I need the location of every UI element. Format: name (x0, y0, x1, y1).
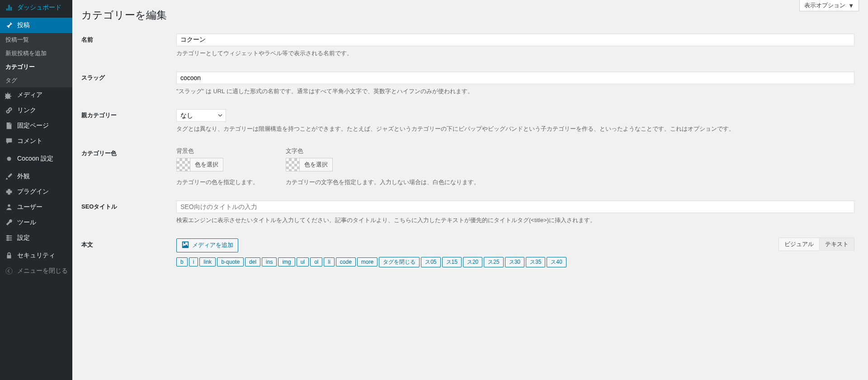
quicktag-button[interactable]: i (189, 257, 198, 266)
wrench-icon (5, 218, 14, 227)
slug-description: "スラッグ" は URL に適した形式の名前です。通常はすべて半角小文字で、英数… (176, 87, 854, 96)
sidebar-label: ダッシュボード (17, 4, 61, 12)
quicktag-button[interactable]: li (324, 257, 334, 266)
seo-title-description: 検索エンジンに表示させたいタイトルを入力してください。記事のタイトルより、こちら… (176, 216, 854, 225)
sidebar-item-settings[interactable]: 設定 (0, 230, 72, 246)
quicktag-button[interactable]: del (245, 257, 260, 266)
quicktags-toolbar: bilinkb-quotedelinsimgulollicodemoreタグを閉… (176, 257, 854, 267)
quicktag-button[interactable]: ol (310, 257, 322, 266)
quicktag-button[interactable]: b (176, 257, 188, 266)
slug-input[interactable] (176, 71, 854, 84)
sidebar-label: ツール (17, 218, 36, 227)
quicktag-button[interactable]: code (336, 257, 356, 266)
quicktag-button[interactable]: ス20 (463, 257, 482, 267)
admin-sidebar: ダッシュボード 投稿 投稿一覧 新規投稿を追加 カテゴリー タグ メディア リン… (0, 0, 72, 380)
sidebar-item-media[interactable]: メディア (0, 87, 72, 103)
page-title: カテゴリーを編集 (81, 0, 859, 27)
field-label-content: 本文 (81, 232, 172, 274)
dashboard-icon (5, 4, 14, 12)
parent-select[interactable]: なし (176, 109, 226, 122)
seo-title-input[interactable] (176, 200, 854, 213)
cocoon-icon (5, 155, 14, 163)
sidebar-item-plugins[interactable]: プラグイン (0, 184, 72, 200)
main-content: 表示オプション ▼ カテゴリーを編集 名前 カテゴリーとしてウィジェットやラベル… (72, 0, 868, 380)
sidebar-item-posts[interactable]: 投稿 (0, 18, 72, 33)
screen-options-toggle[interactable]: 表示オプション ▼ (799, 0, 859, 11)
media-icon (181, 241, 189, 250)
quicktag-button[interactable]: ス30 (505, 257, 524, 267)
color-picker-text: 色を選択 (190, 161, 223, 169)
tab-visual[interactable]: ビジュアル (778, 238, 820, 251)
sidebar-item-tools[interactable]: ツール (0, 215, 72, 230)
add-media-label: メディアを追加 (192, 241, 233, 249)
quicktag-button[interactable]: ins (262, 257, 277, 266)
fg-color-label: 文字色 (286, 147, 480, 155)
sidebar-label: プラグイン (17, 188, 49, 196)
quicktag-button[interactable]: img (278, 257, 295, 266)
sidebar-label: 外観 (17, 172, 30, 180)
sidebar-item-links[interactable]: リンク (0, 103, 72, 118)
sidebar-label: 設定 (17, 234, 30, 242)
sidebar-label: コメント (17, 137, 42, 145)
field-label-color: カテゴリー色 (81, 140, 172, 194)
quicktag-button[interactable]: b-quote (217, 257, 244, 266)
sidebar-label: メニューを閉じる (17, 267, 68, 275)
sidebar-item-dashboard[interactable]: ダッシュボード (0, 0, 72, 15)
svg-point-1 (8, 204, 10, 207)
quicktag-button[interactable]: ス25 (484, 257, 503, 267)
sidebar-item-users[interactable]: ユーザー (0, 200, 72, 215)
screen-options-label: 表示オプション (804, 1, 845, 10)
parent-description: タグとは異なり、カテゴリーは階層構造を持つことができます。たとえば、ジャズという… (176, 124, 854, 133)
media-icon (5, 91, 14, 99)
sidebar-label: セキュリティ (17, 252, 55, 260)
fg-color-description: カテゴリーの文字色を指定します。入力しない場合は、白色になります。 (286, 178, 480, 187)
field-label-seo-title: SEOタイトル (81, 194, 172, 232)
name-description: カテゴリーとしてウィジェットやラベル等で表示される名前です。 (176, 49, 854, 58)
sidebar-item-appearance[interactable]: 外観 (0, 169, 72, 184)
field-label-parent: 親カテゴリー (81, 102, 172, 140)
sidebar-item-pages[interactable]: 固定ページ (0, 118, 72, 133)
settings-icon (5, 234, 14, 242)
user-icon (5, 203, 14, 211)
checker-swatch-icon (177, 158, 190, 171)
color-picker-text: 色を選択 (300, 161, 332, 169)
fg-color-picker[interactable]: 色を選択 (286, 158, 333, 171)
sidebar-label: リンク (17, 106, 36, 114)
link-icon (5, 106, 14, 114)
field-label-name: 名前 (81, 27, 172, 65)
add-media-button[interactable]: メディアを追加 (176, 238, 238, 252)
quicktag-button[interactable]: more (357, 257, 377, 266)
chevron-down-icon: ▼ (848, 2, 854, 9)
sidebar-label: Cocoon 設定 (17, 155, 53, 163)
sidebar-item-comments[interactable]: コメント (0, 133, 72, 149)
quicktag-button[interactable]: ス05 (421, 257, 440, 267)
sidebar-label: 固定ページ (17, 122, 49, 130)
sidebar-item-cocoon[interactable]: Cocoon 設定 (0, 151, 72, 166)
sidebar-subitem-all-posts[interactable]: 投稿一覧 (0, 33, 72, 47)
quicktag-button[interactable]: ス35 (526, 257, 545, 267)
sidebar-item-security[interactable]: セキュリティ (0, 248, 72, 263)
name-input[interactable] (176, 33, 854, 46)
sidebar-label: 投稿 (17, 21, 30, 29)
svg-point-2 (6, 268, 12, 274)
quicktag-button[interactable]: ul (297, 257, 309, 266)
sidebar-subitem-new-post[interactable]: 新規投稿を追加 (0, 47, 72, 60)
svg-point-0 (7, 157, 11, 161)
bg-color-label: 背景色 (176, 147, 259, 155)
quicktag-button[interactable]: link (199, 257, 216, 266)
quicktag-button[interactable]: ス40 (547, 257, 566, 267)
sidebar-subitem-categories[interactable]: カテゴリー (0, 60, 72, 74)
checker-swatch-icon (286, 158, 300, 171)
bg-color-picker[interactable]: 色を選択 (176, 158, 223, 171)
quicktag-button[interactable]: タグを閉じる (379, 257, 420, 267)
tab-text[interactable]: テキスト (819, 238, 854, 251)
quicktag-button[interactable]: ス15 (442, 257, 462, 267)
plugin-icon (5, 188, 14, 196)
sidebar-subitem-tags[interactable]: タグ (0, 74, 72, 87)
sidebar-collapse[interactable]: メニューを閉じる (0, 263, 72, 279)
bg-color-description: カテゴリーの色を指定します。 (176, 178, 259, 187)
brush-icon (5, 172, 14, 180)
collapse-icon (5, 267, 14, 275)
field-label-slug: スラッグ (81, 65, 172, 103)
sidebar-label: ユーザー (17, 203, 42, 211)
